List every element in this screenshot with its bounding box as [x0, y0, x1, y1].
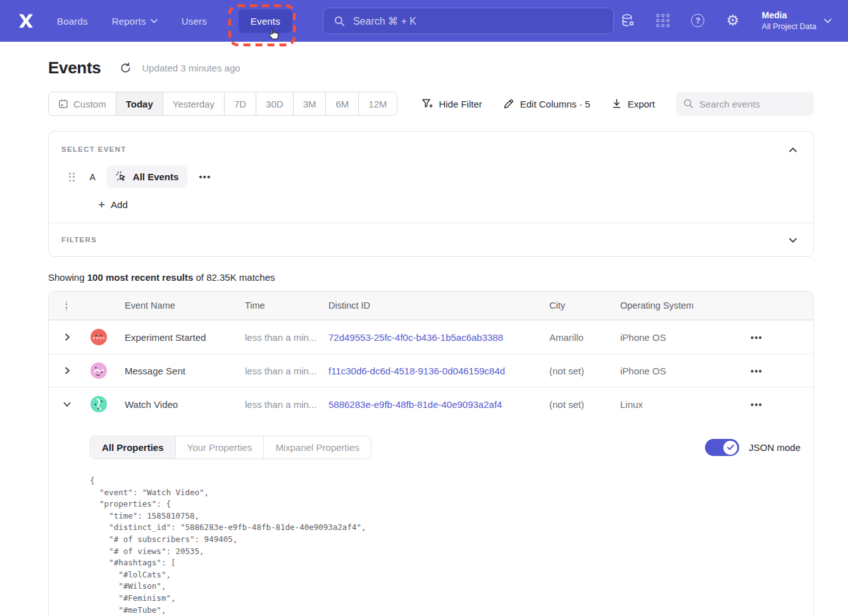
plus-icon: +	[98, 199, 105, 211]
download-icon	[611, 99, 622, 109]
global-search-input[interactable]: Search ⌘ + K	[323, 8, 614, 34]
expand-row-button[interactable]	[65, 367, 70, 374]
event-name-cell: Message Sent	[118, 366, 239, 376]
event-detail-panel: All Properties Your Properties Mixpanel …	[49, 421, 813, 616]
chevron-down-icon	[151, 19, 158, 23]
table-row[interactable]: Experiment Started less than a min... 72…	[49, 320, 813, 354]
date-range-6m[interactable]: 6M	[325, 92, 358, 115]
os-cell: iPhone OS	[614, 366, 738, 376]
table-header-row: ↓ ↑ Event Name Time Distinct ID City Ope…	[49, 292, 813, 320]
filters-section[interactable]: FILTERS	[49, 223, 813, 256]
distinct-id-link[interactable]: 5886283e-e9fb-48fb-81de-40e9093a2af4	[322, 399, 543, 410]
date-range-label: Today	[126, 99, 153, 109]
row-actions-button[interactable]: •••	[751, 366, 763, 376]
chevron-down-icon	[824, 18, 832, 23]
edit-columns-button[interactable]: Edit Columns · 5	[503, 98, 590, 109]
date-range-3m[interactable]: 3M	[293, 92, 326, 115]
table-row-expanded[interactable]: Watch Video less than a min... 5886283e-…	[49, 387, 813, 421]
date-range-label: 12M	[368, 99, 387, 109]
date-range-7d[interactable]: 7D	[224, 92, 256, 115]
tab-all-properties[interactable]: All Properties	[90, 436, 175, 459]
avatar	[90, 329, 107, 345]
event-row-more-button[interactable]: •••	[199, 172, 211, 182]
city-cell: (not set)	[543, 399, 614, 410]
settings-gear-icon[interactable]: ⚙	[725, 13, 741, 29]
chevron-right-icon	[65, 367, 70, 374]
nav-menu: Boards Reports Users Events	[57, 9, 292, 33]
data-management-icon[interactable]	[620, 13, 637, 29]
chevron-down-icon	[789, 238, 797, 243]
date-range-today[interactable]: Today	[116, 92, 163, 115]
export-label: Export	[628, 99, 655, 109]
chevron-down-icon	[63, 402, 71, 407]
drag-handle-icon[interactable]	[69, 173, 75, 182]
column-header-event-name: Event Name	[118, 300, 239, 311]
date-range-yesterday[interactable]: Yesterday	[163, 92, 224, 115]
search-icon	[334, 16, 345, 27]
date-range-label: Yesterday	[173, 99, 215, 109]
nav-item-events[interactable]: Events	[239, 9, 292, 33]
toolbar: Custom Today Yesterday 7D 30D 3M 6M 12M …	[48, 92, 814, 116]
city-cell: Amarillo	[543, 332, 614, 343]
date-range-12m[interactable]: 12M	[358, 92, 396, 115]
page-title: Events	[48, 58, 101, 78]
event-picker-button[interactable]: All Events	[106, 166, 188, 188]
row-actions-button[interactable]: •••	[751, 400, 763, 410]
date-range-custom[interactable]: Custom	[49, 92, 116, 115]
nav-item-label: Boards	[57, 16, 88, 27]
global-search-placeholder: Search ⌘ + K	[353, 15, 416, 27]
expand-row-button[interactable]	[65, 333, 70, 341]
filters-label: FILTERS	[61, 236, 97, 243]
avatar	[90, 362, 107, 379]
tab-your-properties[interactable]: Your Properties	[175, 436, 264, 459]
column-header-time: Time	[239, 300, 322, 311]
date-range-label: 3M	[303, 99, 316, 109]
distinct-id-link[interactable]: 72d49553-25fc-4f0c-b436-1b5ac6ab3388	[322, 332, 543, 343]
search-icon	[683, 99, 694, 109]
row-actions-button[interactable]: •••	[751, 333, 763, 343]
nav-item-boards[interactable]: Boards	[57, 16, 88, 27]
apps-grid-icon[interactable]	[655, 13, 671, 29]
expand-filters-button[interactable]	[785, 233, 801, 247]
top-navbar: Boards Reports Users Events Search ⌘ + K	[0, 0, 848, 42]
project-scope: All Project Data	[762, 22, 816, 32]
sort-order-icon[interactable]: ↓ ↑	[65, 300, 68, 311]
help-icon[interactable]: ?	[690, 13, 706, 29]
event-json-code: { "event": "Watch Video", "properties": …	[90, 475, 801, 616]
add-event-button[interactable]: + Add	[98, 199, 128, 211]
hide-filter-button[interactable]: Hide Filter	[421, 98, 482, 109]
summary-prefix: Showing	[48, 272, 87, 283]
project-selector[interactable]: Media All Project Data	[762, 9, 832, 32]
avatar	[90, 396, 107, 412]
nav-item-reports[interactable]: Reports	[112, 16, 158, 27]
summary-count: 100 most recent results	[87, 272, 194, 283]
city-cell: (not set)	[543, 366, 614, 376]
pencil-icon	[503, 98, 514, 109]
nav-item-users[interactable]: Users	[182, 16, 207, 27]
os-cell: iPhone OS	[614, 332, 738, 343]
refresh-button[interactable]	[120, 62, 132, 74]
json-mode-toggle[interactable]	[705, 439, 739, 456]
search-events-input[interactable]: Search events	[676, 92, 814, 116]
main-content: Events Updated 3 minutes ago Custom Toda…	[48, 58, 814, 616]
search-events-placeholder: Search events	[699, 99, 760, 109]
query-builder-card: SELECT EVENT A All Events •••	[48, 131, 814, 257]
export-button[interactable]: Export	[611, 99, 655, 109]
date-range-30d[interactable]: 30D	[256, 92, 293, 115]
last-updated-text: Updated 3 minutes ago	[142, 63, 240, 73]
table-row[interactable]: Message Sent less than a min... f11c30d6…	[49, 354, 813, 387]
date-range-label: 6M	[335, 99, 349, 109]
tab-mixpanel-properties[interactable]: Mixpanel Properties	[263, 436, 371, 459]
event-query-row: A All Events •••	[61, 166, 801, 188]
select-event-section: SELECT EVENT A All Events •••	[49, 132, 813, 223]
event-name-cell: Experiment Started	[118, 332, 239, 343]
collapse-section-button[interactable]	[785, 142, 801, 156]
column-header-distinct-id: Distinct ID	[322, 300, 543, 311]
date-range-label: Custom	[73, 99, 106, 109]
distinct-id-link[interactable]: f11c30d6-dc6d-4518-9136-0d046159c84d	[322, 366, 543, 376]
time-text: less than a min...	[245, 399, 316, 410]
mixpanel-logo-icon[interactable]	[16, 11, 35, 30]
collapse-row-button[interactable]	[63, 402, 71, 407]
nav-item-label: Events	[251, 16, 280, 27]
hand-cursor-icon	[266, 27, 279, 41]
